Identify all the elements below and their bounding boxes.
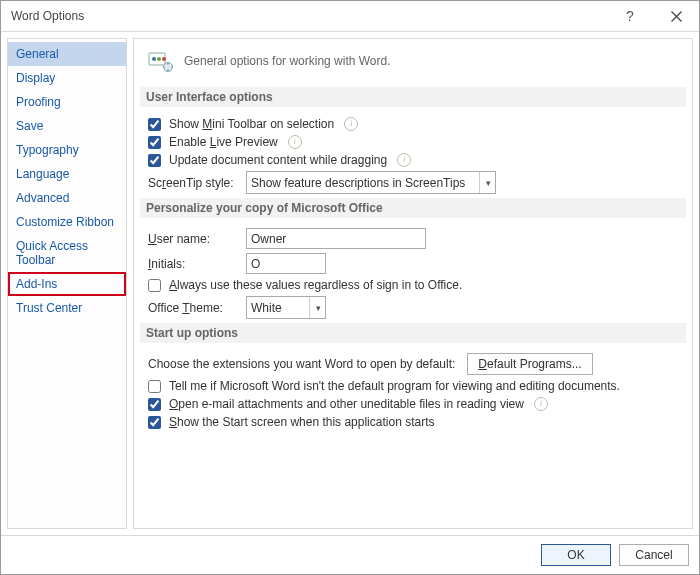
content-pane: General options for working with Word. U… — [133, 38, 693, 529]
username-row: User name: — [148, 228, 680, 249]
update-dragging-label: Update document content while dragging — [169, 153, 387, 167]
svg-point-4 — [157, 57, 161, 61]
open-email-row: Open e-mail attachments and other unedit… — [148, 397, 680, 411]
initials-row: Initials: — [148, 253, 680, 274]
mini-toolbar-checkbox[interactable] — [148, 118, 161, 131]
always-use-row: Always use these values regardless of si… — [148, 278, 680, 292]
word-options-dialog: Word Options ? General Display Proofing … — [0, 0, 700, 575]
svg-rect-8 — [167, 70, 169, 72]
show-start-checkbox[interactable] — [148, 416, 161, 429]
page-header: General options for working with Word. — [146, 45, 680, 83]
close-button[interactable] — [653, 1, 699, 31]
sidebar-item-advanced[interactable]: Advanced — [8, 186, 126, 210]
username-label: User name: — [148, 232, 240, 246]
category-sidebar: General Display Proofing Save Typography… — [7, 38, 127, 529]
sidebar-item-typography[interactable]: Typography — [8, 138, 126, 162]
default-programs-row: Choose the extensions you want Word to o… — [148, 353, 680, 375]
svg-point-5 — [162, 57, 166, 61]
sidebar-item-trust-center[interactable]: Trust Center — [8, 296, 126, 320]
show-start-row: Show the Start screen when this applicat… — [148, 415, 680, 429]
sidebar-item-proofing[interactable]: Proofing — [8, 90, 126, 114]
always-use-label: Always use these values regardless of si… — [169, 278, 462, 292]
update-dragging-checkbox[interactable] — [148, 154, 161, 167]
screentip-label: ScreenTip style: — [148, 176, 240, 190]
general-options-icon — [146, 49, 174, 73]
info-icon[interactable]: i — [344, 117, 358, 131]
office-theme-select[interactable]: White ▾ — [246, 296, 326, 319]
opt-live-preview: Enable Live Preview i — [148, 135, 680, 149]
choose-extensions-text: Choose the extensions you want Word to o… — [148, 357, 455, 371]
svg-point-3 — [152, 57, 156, 61]
theme-value: White — [251, 301, 282, 315]
section-startup: Start up options — [140, 323, 686, 343]
tell-me-row: Tell me if Microsoft Word isn't the defa… — [148, 379, 680, 393]
initials-label: Initials: — [148, 257, 240, 271]
live-preview-checkbox[interactable] — [148, 136, 161, 149]
tell-me-checkbox[interactable] — [148, 380, 161, 393]
screentip-value: Show feature descriptions in ScreenTips — [251, 176, 465, 190]
theme-row: Office Theme: White ▾ — [148, 296, 680, 319]
sidebar-item-general[interactable]: General — [8, 42, 126, 66]
theme-label: Office Theme: — [148, 301, 240, 315]
svg-rect-9 — [163, 66, 165, 68]
cancel-button[interactable]: Cancel — [619, 544, 689, 566]
sidebar-item-add-ins[interactable]: Add-Ins — [8, 272, 126, 296]
live-preview-label: Enable Live Preview — [169, 135, 278, 149]
open-email-label: Open e-mail attachments and other unedit… — [169, 397, 524, 411]
mini-toolbar-label: Show Mini Toolbar on selection — [169, 117, 334, 131]
svg-rect-10 — [172, 66, 174, 68]
sidebar-item-quick-access-toolbar[interactable]: Quick Access Toolbar — [8, 234, 126, 272]
screentip-style-select[interactable]: Show feature descriptions in ScreenTips … — [246, 171, 496, 194]
section-personalize: Personalize your copy of Microsoft Offic… — [140, 198, 686, 218]
opt-mini-toolbar: Show Mini Toolbar on selection i — [148, 117, 680, 131]
ok-button[interactable]: OK — [541, 544, 611, 566]
help-button[interactable]: ? — [607, 1, 653, 31]
initials-input[interactable] — [246, 253, 326, 274]
show-start-label: Show the Start screen when this applicat… — [169, 415, 434, 429]
default-programs-button[interactable]: Default Programs... — [467, 353, 592, 375]
info-icon[interactable]: i — [397, 153, 411, 167]
sidebar-item-save[interactable]: Save — [8, 114, 126, 138]
sidebar-item-language[interactable]: Language — [8, 162, 126, 186]
titlebar: Word Options ? — [1, 1, 699, 32]
always-use-checkbox[interactable] — [148, 279, 161, 292]
page-heading: General options for working with Word. — [184, 54, 391, 68]
info-icon[interactable]: i — [534, 397, 548, 411]
sidebar-item-display[interactable]: Display — [8, 66, 126, 90]
sidebar-item-customize-ribbon[interactable]: Customize Ribbon — [8, 210, 126, 234]
username-input[interactable] — [246, 228, 426, 249]
opt-update-dragging: Update document content while dragging i — [148, 153, 680, 167]
section-ui-options: User Interface options — [140, 87, 686, 107]
screentip-row: ScreenTip style: Show feature descriptio… — [148, 171, 680, 194]
close-icon — [671, 11, 682, 22]
info-icon[interactable]: i — [288, 135, 302, 149]
tell-me-label: Tell me if Microsoft Word isn't the defa… — [169, 379, 620, 393]
dialog-body: General Display Proofing Save Typography… — [1, 32, 699, 535]
dialog-footer: OK Cancel — [1, 535, 699, 574]
svg-rect-7 — [167, 63, 169, 65]
open-email-checkbox[interactable] — [148, 398, 161, 411]
window-title: Word Options — [1, 9, 607, 23]
chevron-down-icon: ▾ — [479, 172, 491, 193]
chevron-down-icon: ▾ — [309, 297, 321, 318]
